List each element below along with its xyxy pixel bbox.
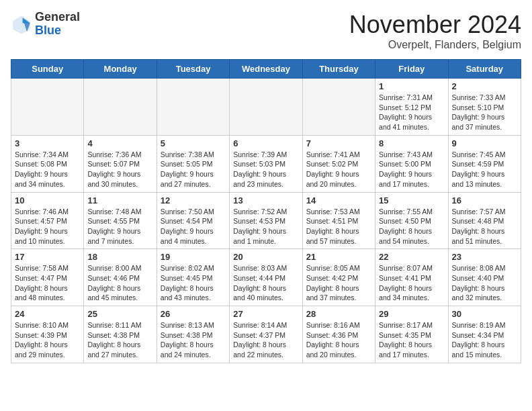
- day-info: Sunrise: 7:50 AM Sunset: 4:54 PM Dayligh…: [161, 207, 226, 246]
- calendar-cell: 10Sunrise: 7:46 AM Sunset: 4:57 PM Dayli…: [11, 192, 84, 249]
- day-info: Sunrise: 8:13 AM Sunset: 4:38 PM Dayligh…: [161, 320, 226, 360]
- calendar-cell: 2Sunrise: 7:33 AM Sunset: 5:10 PM Daylig…: [448, 79, 521, 136]
- day-info: Sunrise: 7:46 AM Sunset: 4:57 PM Dayligh…: [15, 207, 80, 246]
- day-number: 15: [379, 195, 444, 205]
- weekday-header: Monday: [84, 60, 157, 79]
- calendar-cell: 6Sunrise: 7:39 AM Sunset: 5:03 PM Daylig…: [230, 135, 302, 192]
- calendar-cell: 24Sunrise: 8:10 AM Sunset: 4:39 PM Dayli…: [11, 306, 84, 363]
- calendar-cell: 22Sunrise: 8:07 AM Sunset: 4:41 PM Dayli…: [375, 249, 448, 306]
- calendar-cell: 4Sunrise: 7:36 AM Sunset: 5:07 PM Daylig…: [84, 135, 157, 192]
- day-info: Sunrise: 8:07 AM Sunset: 4:41 PM Dayligh…: [379, 263, 444, 303]
- calendar-cell: 27Sunrise: 8:14 AM Sunset: 4:37 PM Dayli…: [230, 306, 302, 363]
- calendar-cell: 9Sunrise: 7:45 AM Sunset: 4:59 PM Daylig…: [448, 135, 521, 192]
- calendar-cell: 21Sunrise: 8:05 AM Sunset: 4:42 PM Dayli…: [302, 249, 375, 306]
- calendar-cell: 7Sunrise: 7:41 AM Sunset: 5:02 PM Daylig…: [302, 135, 375, 192]
- weekday-header: Friday: [375, 60, 448, 79]
- day-info: Sunrise: 7:57 AM Sunset: 4:48 PM Dayligh…: [452, 207, 517, 246]
- weekday-header: Wednesday: [230, 60, 302, 79]
- day-info: Sunrise: 7:39 AM Sunset: 5:03 PM Dayligh…: [233, 150, 298, 189]
- calendar-cell: 19Sunrise: 8:02 AM Sunset: 4:45 PM Dayli…: [157, 249, 229, 306]
- day-number: 25: [87, 309, 152, 319]
- day-info: Sunrise: 8:16 AM Sunset: 4:36 PM Dayligh…: [306, 320, 371, 360]
- weekday-header-row: SundayMondayTuesdayWednesdayThursdayFrid…: [11, 60, 521, 79]
- day-number: 26: [161, 309, 226, 319]
- weekday-header: Saturday: [448, 60, 521, 79]
- calendar-cell: [84, 79, 157, 136]
- calendar-table: SundayMondayTuesdayWednesdayThursdayFrid…: [11, 59, 521, 363]
- calendar-cell: 25Sunrise: 8:11 AM Sunset: 4:38 PM Dayli…: [84, 306, 157, 363]
- day-info: Sunrise: 7:31 AM Sunset: 5:12 PM Dayligh…: [379, 93, 444, 132]
- day-info: Sunrise: 7:43 AM Sunset: 5:00 PM Dayligh…: [379, 150, 444, 189]
- calendar-week-row: 1Sunrise: 7:31 AM Sunset: 5:12 PM Daylig…: [11, 79, 521, 136]
- day-info: Sunrise: 8:11 AM Sunset: 4:38 PM Dayligh…: [87, 320, 152, 360]
- day-info: Sunrise: 8:19 AM Sunset: 4:34 PM Dayligh…: [452, 320, 517, 360]
- day-info: Sunrise: 7:36 AM Sunset: 5:07 PM Dayligh…: [87, 150, 152, 189]
- day-number: 28: [306, 309, 371, 319]
- day-number: 6: [233, 138, 298, 148]
- day-number: 11: [87, 195, 152, 205]
- day-info: Sunrise: 7:55 AM Sunset: 4:50 PM Dayligh…: [379, 207, 444, 246]
- calendar-cell: 1Sunrise: 7:31 AM Sunset: 5:12 PM Daylig…: [375, 79, 448, 136]
- calendar-cell: 28Sunrise: 8:16 AM Sunset: 4:36 PM Dayli…: [302, 306, 375, 363]
- day-number: 1: [379, 81, 444, 91]
- calendar-week-row: 24Sunrise: 8:10 AM Sunset: 4:39 PM Dayli…: [11, 306, 521, 363]
- title-area: November 2024 Overpelt, Flanders, Belgiu…: [349, 11, 521, 51]
- day-info: Sunrise: 8:00 AM Sunset: 4:46 PM Dayligh…: [87, 263, 152, 303]
- calendar-cell: 12Sunrise: 7:50 AM Sunset: 4:54 PM Dayli…: [157, 192, 229, 249]
- logo-icon: [11, 13, 32, 35]
- day-info: Sunrise: 8:10 AM Sunset: 4:39 PM Dayligh…: [15, 320, 80, 360]
- day-info: Sunrise: 8:03 AM Sunset: 4:44 PM Dayligh…: [233, 263, 298, 303]
- calendar-cell: 29Sunrise: 8:17 AM Sunset: 4:35 PM Dayli…: [375, 306, 448, 363]
- day-number: 4: [87, 138, 152, 148]
- calendar-cell: 11Sunrise: 7:48 AM Sunset: 4:55 PM Dayli…: [84, 192, 157, 249]
- calendar-cell: 17Sunrise: 7:58 AM Sunset: 4:47 PM Dayli…: [11, 249, 84, 306]
- calendar-cell: 26Sunrise: 8:13 AM Sunset: 4:38 PM Dayli…: [157, 306, 229, 363]
- day-number: 23: [452, 252, 517, 262]
- day-info: Sunrise: 7:41 AM Sunset: 5:02 PM Dayligh…: [306, 150, 371, 189]
- calendar-cell: [11, 79, 84, 136]
- day-info: Sunrise: 8:08 AM Sunset: 4:40 PM Dayligh…: [452, 263, 517, 303]
- day-number: 19: [161, 252, 226, 262]
- calendar-week-row: 3Sunrise: 7:34 AM Sunset: 5:08 PM Daylig…: [11, 135, 521, 192]
- calendar-cell: [302, 79, 375, 136]
- calendar-cell: 14Sunrise: 7:53 AM Sunset: 4:51 PM Dayli…: [302, 192, 375, 249]
- day-number: 29: [379, 309, 444, 319]
- day-number: 5: [161, 138, 226, 148]
- weekday-header: Sunday: [11, 60, 84, 79]
- calendar-cell: 18Sunrise: 8:00 AM Sunset: 4:46 PM Dayli…: [84, 249, 157, 306]
- calendar-cell: 20Sunrise: 8:03 AM Sunset: 4:44 PM Dayli…: [230, 249, 302, 306]
- day-number: 24: [15, 309, 80, 319]
- calendar-cell: 23Sunrise: 8:08 AM Sunset: 4:40 PM Dayli…: [448, 249, 521, 306]
- month-title: November 2024: [349, 11, 521, 39]
- day-info: Sunrise: 8:14 AM Sunset: 4:37 PM Dayligh…: [233, 320, 298, 360]
- day-info: Sunrise: 7:33 AM Sunset: 5:10 PM Dayligh…: [452, 93, 517, 132]
- weekday-header: Thursday: [302, 60, 375, 79]
- day-number: 30: [452, 309, 517, 319]
- day-number: 9: [452, 138, 517, 148]
- calendar-cell: [230, 79, 302, 136]
- location-title: Overpelt, Flanders, Belgium: [349, 39, 521, 51]
- day-info: Sunrise: 7:53 AM Sunset: 4:51 PM Dayligh…: [306, 207, 371, 246]
- day-info: Sunrise: 7:45 AM Sunset: 4:59 PM Dayligh…: [452, 150, 517, 189]
- day-number: 2: [452, 81, 517, 91]
- calendar-cell: 5Sunrise: 7:38 AM Sunset: 5:05 PM Daylig…: [157, 135, 229, 192]
- day-number: 20: [233, 252, 298, 262]
- logo-general: General: [35, 11, 80, 24]
- calendar-cell: 8Sunrise: 7:43 AM Sunset: 5:00 PM Daylig…: [375, 135, 448, 192]
- calendar-week-row: 17Sunrise: 7:58 AM Sunset: 4:47 PM Dayli…: [11, 249, 521, 306]
- day-info: Sunrise: 7:48 AM Sunset: 4:55 PM Dayligh…: [87, 207, 152, 246]
- calendar-cell: 3Sunrise: 7:34 AM Sunset: 5:08 PM Daylig…: [11, 135, 84, 192]
- calendar-week-row: 10Sunrise: 7:46 AM Sunset: 4:57 PM Dayli…: [11, 192, 521, 249]
- day-number: 22: [379, 252, 444, 262]
- logo-text: General Blue: [35, 11, 80, 38]
- day-number: 18: [87, 252, 152, 262]
- day-number: 12: [161, 195, 226, 205]
- day-info: Sunrise: 7:38 AM Sunset: 5:05 PM Dayligh…: [161, 150, 226, 189]
- calendar-cell: 13Sunrise: 7:52 AM Sunset: 4:53 PM Dayli…: [230, 192, 302, 249]
- calendar-cell: 16Sunrise: 7:57 AM Sunset: 4:48 PM Dayli…: [448, 192, 521, 249]
- day-info: Sunrise: 7:34 AM Sunset: 5:08 PM Dayligh…: [15, 150, 80, 189]
- day-info: Sunrise: 8:02 AM Sunset: 4:45 PM Dayligh…: [161, 263, 226, 303]
- logo-blue: Blue: [35, 24, 80, 38]
- day-number: 8: [379, 138, 444, 148]
- weekday-header: Tuesday: [157, 60, 229, 79]
